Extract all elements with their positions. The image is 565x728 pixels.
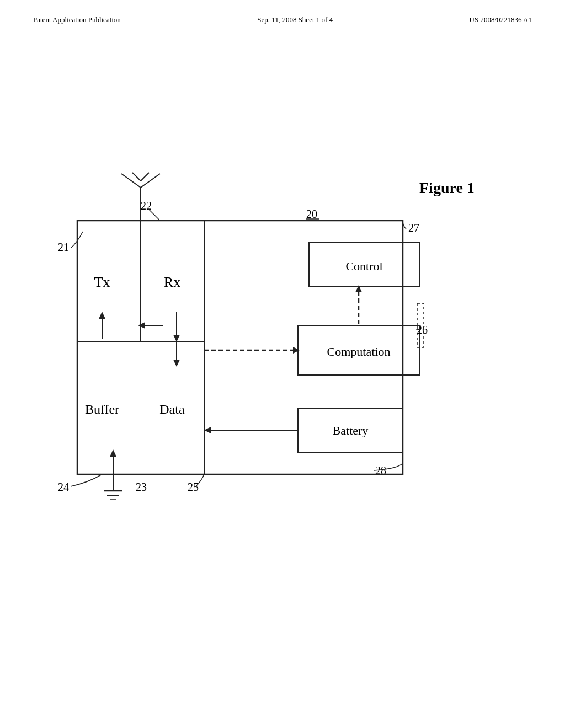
num-21: 21 <box>58 241 69 253</box>
figure-label: Figure 1 <box>419 179 475 196</box>
svg-line-3 <box>132 173 141 181</box>
page-header: Patent Application Publication Sep. 11, … <box>0 0 565 24</box>
tx-label: Tx <box>94 274 110 290</box>
num-23: 23 <box>136 481 147 493</box>
battery-label: Battery <box>333 424 369 437</box>
svg-line-4 <box>141 173 149 181</box>
svg-marker-23 <box>355 285 362 292</box>
svg-marker-27 <box>110 449 116 457</box>
svg-marker-15 <box>173 335 180 342</box>
num-27: 27 <box>408 222 419 234</box>
computation-label: Computation <box>327 345 391 358</box>
svg-line-2 <box>141 174 160 188</box>
num-24: 24 <box>58 481 69 493</box>
data-label: Data <box>159 402 185 416</box>
header-right: US 2008/0221836 A1 <box>470 15 532 24</box>
svg-marker-17 <box>138 322 145 329</box>
control-label: Control <box>345 259 382 273</box>
num-25: 25 <box>188 481 199 493</box>
svg-marker-25 <box>204 427 211 433</box>
buffer-label: Buffer <box>85 402 119 416</box>
header-left: Patent Application Publication <box>33 15 121 24</box>
header-center: Sep. 11, 2008 Sheet 1 of 4 <box>257 15 333 24</box>
svg-line-1 <box>121 174 141 188</box>
patent-diagram: Figure 1 Tx Rx Buffer Data Control Compu… <box>0 33 565 728</box>
rx-label: Rx <box>164 274 180 290</box>
num-20: 20 <box>306 208 317 220</box>
svg-marker-21 <box>293 347 300 354</box>
num-22: 22 <box>141 200 152 212</box>
svg-marker-13 <box>99 312 105 319</box>
svg-marker-19 <box>173 360 180 367</box>
